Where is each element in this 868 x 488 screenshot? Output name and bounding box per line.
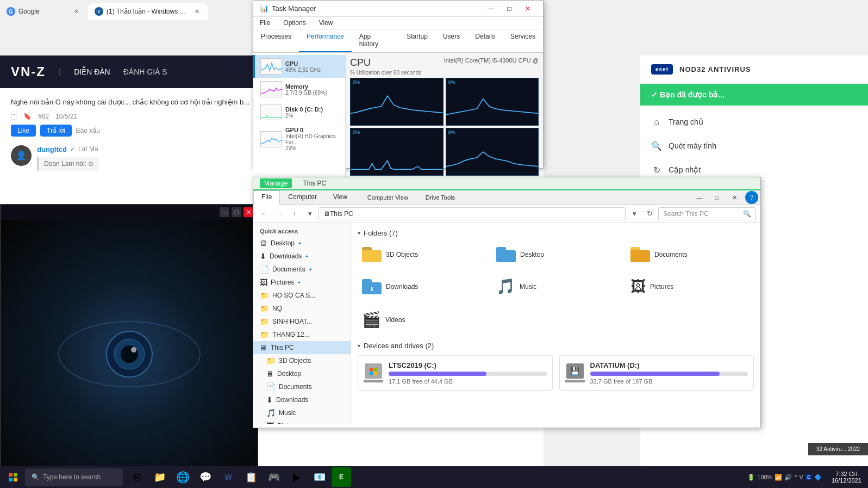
start-button[interactable] <box>2 466 24 488</box>
fe-sidebar-pc-dl[interactable]: ⬇ Downloads <box>253 393 351 406</box>
tab-google-close[interactable]: ✕ <box>72 7 80 16</box>
folder-videos[interactable]: 🎬 Videos <box>358 306 485 333</box>
tab-app-history[interactable]: App history <box>352 29 399 52</box>
eset-menu-home[interactable]: ⌂ Trang chủ <box>640 110 868 134</box>
tab-startup[interactable]: Startup <box>399 29 435 52</box>
fe-address-dropdown[interactable]: ▾ <box>628 207 641 220</box>
tm-sidebar-disk[interactable]: Disk 0 (C: D:) 2% <box>253 101 345 123</box>
drive-d[interactable]: 💾 DATATIUM (D:) 33,7 GB free of 187 GB <box>559 355 754 391</box>
folder-pictures[interactable]: 🖼 Pictures <box>626 273 754 300</box>
tab-vnz[interactable]: V (1) Thảo luận - Windows 10 Ente... ✕ <box>88 3 208 20</box>
tab-services[interactable]: Services <box>503 29 543 52</box>
fe-main: ▾ Folders (7) 3D Objects <box>351 223 760 424</box>
fe-sidebar-3dobj[interactable]: 📁 3D Objects <box>253 354 351 367</box>
tab-performance[interactable]: Performance <box>299 29 352 52</box>
fe-sidebar-nq[interactable]: 📁 NQ <box>253 302 351 315</box>
fe-sidebar-thispc[interactable]: 🖥 This PC <box>253 341 351 354</box>
app5-taskbar[interactable]: 📋 <box>240 466 262 488</box>
close-button[interactable]: ✕ <box>243 207 253 217</box>
drive-c[interactable]: LTSC2019 (C:) 17,1 GB free of 44,4 GB <box>358 355 553 391</box>
tm-menu-view[interactable]: View <box>317 18 335 28</box>
like-button[interactable]: Like <box>11 125 36 137</box>
fe-sidebar-documents[interactable]: 📄 Documents ✦ <box>253 263 351 276</box>
app7-taskbar[interactable]: ▶ <box>286 466 308 488</box>
fe-up[interactable]: ↑ <box>288 207 301 220</box>
eset-menu-scan[interactable]: 🔍 Quét máy tính <box>640 134 868 158</box>
pictures-icon: 🖼 <box>260 278 267 287</box>
tm-sidebar-gpu[interactable]: GPU 0 Intel(R) HD Graphics Far...29% <box>253 123 345 155</box>
chevron-down-icon: ▾ <box>358 230 360 236</box>
chrome-taskbar[interactable]: 🌐 <box>172 466 193 488</box>
taskview-button[interactable]: ⊟ <box>126 466 148 488</box>
word-taskbar[interactable]: W <box>217 466 239 488</box>
tab-google[interactable]: G Google ✕ <box>0 3 87 20</box>
vnz-nav-forum[interactable]: DIỄN ĐÀN <box>74 67 110 76</box>
taskbar-search[interactable]: 🔍 Type here to search <box>25 468 123 486</box>
fe-tab-file[interactable]: File <box>253 190 280 205</box>
vnz-nav-review[interactable]: ĐÁNH GIÁ S <box>123 67 167 76</box>
fe-maximize[interactable]: □ <box>708 190 726 205</box>
fe-computer-view[interactable]: Computer View <box>364 193 411 202</box>
app9-taskbar[interactable]: E <box>332 467 351 487</box>
tab-vnz-close[interactable]: ✕ <box>192 7 201 16</box>
fe-search-bar[interactable]: Search This PC 🔍 <box>658 207 756 220</box>
tm-menu-options[interactable]: Options <box>281 18 308 28</box>
app6-taskbar[interactable]: 🎮 <box>263 466 285 488</box>
fe-address-bar[interactable]: 🖥 This PC <box>319 207 626 220</box>
volume-icon: 🔊 <box>784 474 792 481</box>
fe-close[interactable]: ✕ <box>726 190 743 205</box>
fe-sidebar-3dobj-label: 3D Objects <box>279 357 311 365</box>
fe-sidebar-desktop[interactable]: 🖥 Desktop ✦ <box>253 237 351 250</box>
minimize-button[interactable]: — <box>220 207 229 217</box>
folder-3d-objects[interactable]: 3D Objects <box>358 243 485 267</box>
app8-taskbar[interactable]: 📧 <box>309 466 330 488</box>
eset-logo: eset <box>651 64 673 75</box>
fe-manage-label[interactable]: Manage <box>260 178 292 188</box>
file-explorer-taskbar[interactable]: 📁 <box>149 466 171 488</box>
fe-sidebar-downloads[interactable]: ⬇ Downloads ✦ <box>253 250 351 263</box>
app3-taskbar[interactable]: 💬 <box>195 466 216 488</box>
folder-downloads[interactable]: ⬇ Downloads <box>358 273 485 300</box>
tm-minimize[interactable]: — <box>482 2 499 16</box>
taskbar-clock[interactable]: 7:32 CH 16/12/2021 <box>827 471 866 484</box>
fe-drives-header[interactable]: ▾ Devices and drives (2) <box>358 342 754 350</box>
tab-users[interactable]: Users <box>435 29 467 52</box>
tab-details[interactable]: Details <box>467 29 503 52</box>
maximize-button[interactable]: □ <box>232 207 241 217</box>
fe-drive-tools[interactable]: Drive Tools <box>422 193 458 202</box>
folder-documents[interactable]: Documents <box>626 243 754 267</box>
fe-minimize[interactable]: — <box>691 190 708 205</box>
fe-sidebar-pc-music[interactable]: 🎵 Music <box>253 406 351 419</box>
folder-icon-nq: 📁 <box>260 304 269 313</box>
fe-sidebar-pc-docs[interactable]: 📄 Documents <box>253 380 351 393</box>
reply-button[interactable]: Trả lời <box>40 125 72 137</box>
fe-back[interactable]: ← <box>258 207 271 220</box>
report-button[interactable]: Báo xấu <box>76 125 100 137</box>
fe-sidebar-pictures[interactable]: 🖼 Pictures ✦ <box>253 276 351 289</box>
folder-music[interactable]: 🎵 Music <box>492 273 620 300</box>
fe-sidebar-pc-pics[interactable]: 🖼 Pictures <box>253 419 351 424</box>
tm-graph-3: 0% <box>350 128 444 176</box>
tm-close[interactable]: ✕ <box>519 2 536 16</box>
fe-tab-view[interactable]: View <box>325 190 355 205</box>
arrow-icon[interactable]: ^ <box>794 474 797 480</box>
fe-help[interactable]: ? <box>745 191 758 204</box>
fe-tab-computer[interactable]: Computer <box>280 190 325 205</box>
folder-desktop[interactable]: Desktop <box>492 243 620 267</box>
tm-sidebar-memory[interactable]: Memory 2,7/3,9 GB (69%) <box>253 78 345 101</box>
fe-sidebar-hoso[interactable]: 📁 HO SO CA S... <box>253 289 351 302</box>
tab-processes[interactable]: Processes <box>253 29 299 52</box>
fe-forward[interactable]: → <box>273 207 286 220</box>
fe-recent-locations[interactable]: ▾ <box>303 207 316 220</box>
clock-time: 7:32 CH <box>835 471 857 477</box>
fe-sidebar-thang12[interactable]: 📁 THANG 12... <box>253 328 351 341</box>
fe-refresh[interactable]: ↻ <box>643 207 656 220</box>
fe-sidebar-pc-desktop[interactable]: 🖥 Desktop <box>253 367 351 380</box>
reply-username[interactable]: dungltcd <box>37 145 67 153</box>
tm-sidebar-cpu[interactable]: CPU 48% 2,51 GHz <box>253 55 345 78</box>
tm-menu-file[interactable]: File <box>258 18 272 28</box>
fe-folders-header[interactable]: ▾ Folders (7) <box>358 229 754 237</box>
drive-c-bar-bg <box>389 372 547 376</box>
tm-maximize[interactable]: □ <box>501 2 518 16</box>
fe-sidebar-sinhhoat[interactable]: 📁 SINH HOAT... <box>253 315 351 328</box>
